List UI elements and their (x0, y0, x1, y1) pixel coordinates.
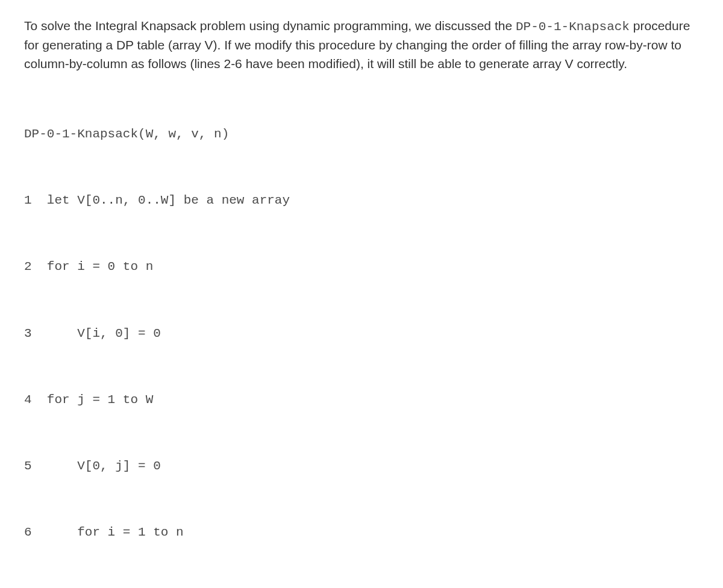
code-line-4: 4 for j = 1 to W (24, 391, 699, 408)
code-header: DP-0-1-Knapsack(W, w, v, n) (24, 125, 699, 143)
code-line-6: 6 for i = 1 to n (24, 524, 699, 541)
code-line-5: 5 V[0, j] = 0 (24, 457, 699, 475)
inline-code: DP-0-1-Knapsack (516, 20, 630, 34)
question-text: To solve the Integral Knapsack problem u… (24, 17, 699, 73)
code-line-3: 3 V[i, 0] = 0 (24, 325, 699, 342)
code-line-2: 2 for i = 0 to n (24, 258, 699, 275)
code-block: DP-0-1-Knapsack(W, w, v, n) 1 let V[0..n… (24, 90, 699, 588)
question-text-part1: To solve the Integral Knapsack problem u… (24, 19, 516, 33)
code-line-1: 1 let V[0..n, 0..W] be a new array (24, 192, 699, 209)
